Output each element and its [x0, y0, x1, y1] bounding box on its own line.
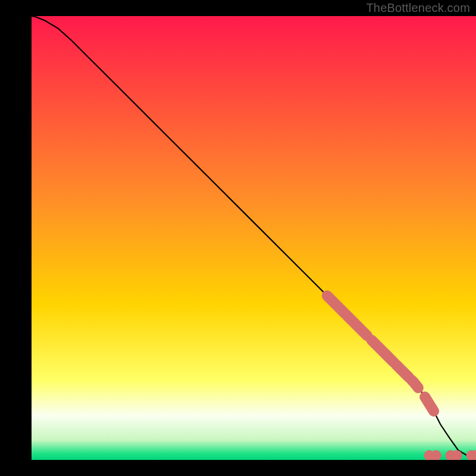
- chart-svg: [0, 0, 476, 476]
- end-dot: [452, 450, 462, 461]
- chart-container: { "attribution": "TheBottleneck.com", "c…: [0, 0, 476, 476]
- dot-segment: [412, 380, 418, 388]
- attribution-label: TheBottleneck.com: [366, 1, 470, 15]
- end-dot-markers: [424, 450, 476, 461]
- plot-background: [32, 16, 476, 460]
- dot-segment: [425, 397, 434, 411]
- end-dot: [431, 450, 441, 461]
